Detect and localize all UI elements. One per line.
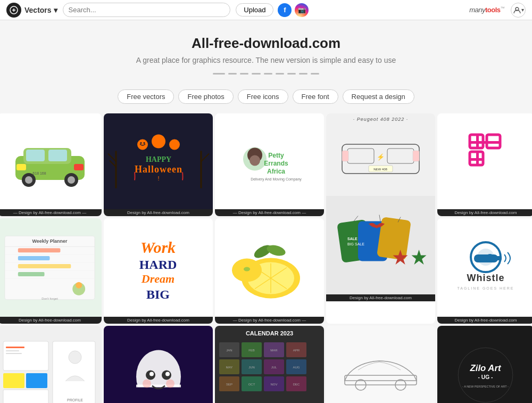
svg-rect-58 — [470, 158, 483, 161]
svg-point-98 — [69, 351, 81, 364]
svg-text:APR: APR — [293, 349, 300, 352]
svg-text:618 168: 618 168 — [32, 171, 46, 175]
svg-text:Errands: Errands — [264, 159, 288, 167]
svg-rect-95 — [26, 373, 47, 388]
svg-rect-68 — [18, 248, 61, 252]
svg-rect-37 — [413, 151, 419, 161]
card-workhard-label: Design by All-free-download.com — [104, 317, 213, 324]
svg-text:- A NEW PERSPECTIVE OF ART -: - A NEW PERSPECTIVE OF ART - — [462, 385, 509, 388]
svg-point-48 — [375, 225, 378, 228]
instagram-icon[interactable]: 📷 — [295, 3, 309, 17]
svg-rect-11 — [74, 164, 84, 170]
facebook-icon[interactable]: f — [278, 3, 292, 17]
card-errands[interactable]: Petty Errands Africa Delivery And Moving… — [215, 113, 324, 216]
filter-free-font[interactable]: Free font — [293, 89, 338, 104]
svg-text:JUL: JUL — [271, 366, 277, 369]
svg-text:HAPPY: HAPPY — [145, 155, 171, 163]
svg-rect-100 — [6, 350, 19, 351]
svg-text:JUN: JUN — [248, 366, 255, 369]
svg-text:Delivery And Moving Company: Delivery And Moving Company — [251, 177, 302, 181]
filter-free-icons[interactable]: Free icons — [238, 89, 288, 104]
svg-rect-4 — [26, 150, 45, 161]
vectors-dropdown-button[interactable]: Vectors ▾ — [24, 6, 57, 14]
filter-tags: Free vectors Free photos Free icons Free… — [0, 83, 532, 113]
vectors-label: Vectors — [24, 6, 52, 14]
svg-rect-10 — [16, 164, 26, 170]
svg-text:Dream: Dream — [141, 272, 174, 285]
search-input[interactable] — [63, 3, 231, 17]
svg-text:Weekly Planner: Weekly Planner — [32, 238, 68, 244]
svg-point-108 — [165, 372, 170, 376]
svg-text:NOV: NOV — [270, 383, 277, 386]
card-zilart[interactable]: Zilo Art - UG - - A NEW PERSPECTIVE OF A… — [437, 326, 532, 403]
svg-text:HARD: HARD — [139, 258, 177, 272]
svg-text:FEB: FEB — [248, 349, 255, 352]
svg-rect-71 — [18, 272, 45, 276]
card-workhard[interactable]: Work HARD Dream BIG Design by All-free-d… — [104, 218, 213, 324]
svg-point-20 — [169, 139, 180, 150]
svg-point-9 — [68, 176, 75, 184]
svg-point-110 — [166, 379, 174, 388]
card-halloween-label: Design by All-free-download.com — [104, 209, 213, 216]
svg-text:BIG SALE: BIG SALE — [347, 242, 364, 246]
card-ghost[interactable]: Design by All-free-download.com — [104, 326, 213, 403]
card-peugeot[interactable]: · Peugeot 408 2022 · NEW 408 ⚡ — [326, 113, 435, 324]
svg-text:BIG: BIG — [146, 287, 170, 301]
svg-text:Zilo Art: Zilo Art — [469, 363, 502, 373]
svg-point-67 — [76, 282, 82, 289]
card-calendar[interactable]: CALENDAR 2023 JAN FEB MAR APR MAY — [215, 326, 324, 403]
svg-line-50 — [379, 215, 380, 221]
svg-text:- UG -: - UG - — [478, 374, 493, 380]
svg-rect-34 — [347, 149, 374, 163]
card-whistle[interactable]: Whistle TAGLINE GOES HERE Design by All-… — [437, 218, 532, 324]
user-menu-button[interactable]: ▾ — [511, 3, 526, 18]
svg-text:SALE: SALE — [347, 237, 358, 241]
svg-text:JAN: JAN — [226, 349, 232, 352]
svg-line-49 — [354, 216, 358, 221]
card-car2[interactable] — [326, 326, 435, 403]
card-planner[interactable]: Weekly Planner Don't forget Design by Al… — [0, 218, 102, 324]
card-whistle-label: Design by All-free-download.com — [437, 317, 532, 324]
card-lemon[interactable]: — Design by All-free-download.com — — [215, 218, 324, 324]
card-halloween[interactable]: HAPPY Halloween ! Design by All-free-dow… — [104, 113, 213, 216]
svg-text:⚡: ⚡ — [377, 153, 385, 161]
filter-free-vectors[interactable]: Free vectors — [118, 89, 174, 104]
svg-text:PROFILE: PROFILE — [67, 398, 83, 402]
site-title: All-free-download.com — [9, 35, 523, 52]
svg-rect-5 — [48, 150, 67, 161]
svg-text:SEP: SEP — [226, 383, 232, 386]
svg-rect-56 — [470, 141, 500, 144]
svg-text:NEW 408: NEW 408 — [373, 168, 387, 171]
card-cross[interactable]: Design by All-free-download.com — [437, 113, 532, 216]
svg-rect-36 — [342, 151, 348, 161]
svg-rect-70 — [18, 264, 71, 268]
svg-point-83 — [244, 267, 250, 272]
hero-section: All-free-download.com A great place for … — [0, 20, 532, 83]
filter-request-design[interactable]: Request a design — [343, 89, 414, 104]
card-car1-label: — Design by All-free-download.com — — [0, 209, 102, 216]
filter-free-photos[interactable]: Free photos — [178, 89, 233, 104]
svg-rect-35 — [387, 149, 414, 163]
svg-point-22 — [143, 142, 145, 144]
svg-rect-97 — [53, 341, 95, 403]
card-car1[interactable]: 618 168 — Design by All-free-download.co… — [0, 113, 102, 216]
svg-point-21 — [140, 142, 142, 144]
svg-text:MAR: MAR — [270, 349, 278, 352]
svg-line-14 — [108, 153, 116, 161]
svg-point-28 — [250, 155, 260, 166]
svg-point-18 — [137, 139, 148, 150]
card-planner-label: Design by All-free-download.com — [0, 317, 102, 324]
site-subtitle: A great place for graphics resource. The… — [9, 56, 523, 64]
manytools-logo: manytools™ — [469, 6, 504, 14]
svg-text:MAY: MAY — [226, 366, 233, 369]
navbar: Vectors ▾ Upload f 📷 manytools™ ▾ — [0, 0, 532, 20]
upload-button[interactable]: Upload — [236, 3, 273, 17]
svg-text:!: ! — [157, 175, 159, 181]
svg-rect-94 — [3, 373, 24, 388]
svg-line-15 — [110, 160, 116, 167]
svg-text:DEC: DEC — [293, 383, 300, 386]
svg-text:Don't forget: Don't forget — [41, 297, 58, 300]
card-profile[interactable]: PROFILE Design by All-free-download.com — [0, 326, 102, 403]
svg-rect-90 — [490, 256, 502, 260]
site-logo[interactable] — [6, 3, 21, 18]
